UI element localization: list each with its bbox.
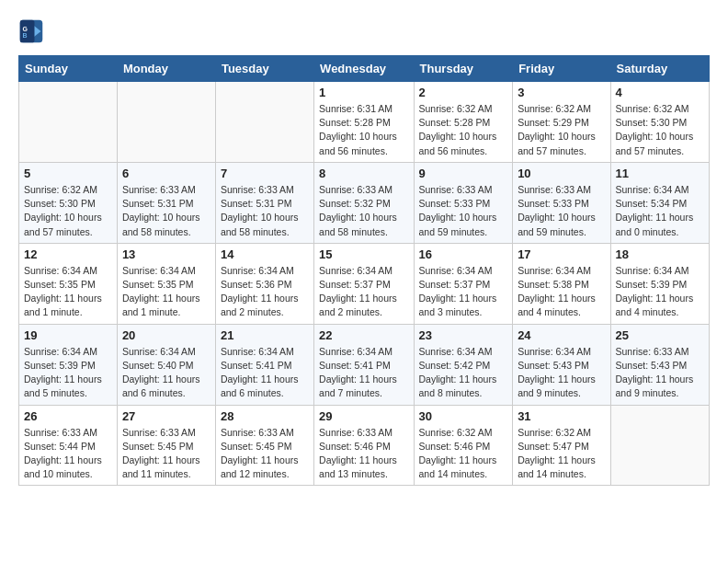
calendar-week-row: 26Sunrise: 6:33 AM Sunset: 5:44 PM Dayli…	[19, 405, 710, 486]
calendar-cell: 25Sunrise: 6:33 AM Sunset: 5:43 PM Dayli…	[610, 324, 709, 405]
day-number: 11	[616, 167, 704, 180]
day-number: 24	[518, 328, 605, 342]
calendar-cell: 29Sunrise: 6:33 AM Sunset: 5:46 PM Dayli…	[314, 405, 414, 486]
weekday-header-wednesday: Wednesday	[314, 56, 414, 82]
day-info: Sunrise: 6:33 AM Sunset: 5:43 PM Dayligh…	[616, 345, 704, 401]
calendar-cell: 19Sunrise: 6:34 AM Sunset: 5:39 PM Dayli…	[19, 324, 118, 405]
calendar-cell: 15Sunrise: 6:34 AM Sunset: 5:37 PM Dayli…	[314, 243, 414, 324]
day-info: Sunrise: 6:33 AM Sunset: 5:33 PM Dayligh…	[518, 183, 605, 239]
day-number: 2	[419, 86, 508, 99]
day-info: Sunrise: 6:33 AM Sunset: 5:32 PM Dayligh…	[319, 183, 408, 239]
calendar-cell: 26Sunrise: 6:33 AM Sunset: 5:44 PM Dayli…	[19, 405, 118, 486]
day-info: Sunrise: 6:34 AM Sunset: 5:34 PM Dayligh…	[616, 183, 704, 239]
calendar-table: SundayMondayTuesdayWednesdayThursdayFrid…	[18, 55, 710, 486]
day-info: Sunrise: 6:34 AM Sunset: 5:38 PM Dayligh…	[518, 264, 605, 320]
day-info: Sunrise: 6:32 AM Sunset: 5:30 PM Dayligh…	[24, 183, 112, 239]
day-number: 6	[122, 167, 210, 180]
weekday-header-monday: Monday	[117, 56, 215, 82]
day-info: Sunrise: 6:33 AM Sunset: 5:45 PM Dayligh…	[221, 426, 309, 482]
calendar-week-row: 1Sunrise: 6:31 AM Sunset: 5:28 PM Daylig…	[19, 82, 710, 163]
day-number: 23	[419, 328, 508, 342]
day-number: 18	[616, 247, 704, 261]
day-info: Sunrise: 6:34 AM Sunset: 5:41 PM Dayligh…	[319, 345, 408, 401]
day-info: Sunrise: 6:33 AM Sunset: 5:44 PM Dayligh…	[24, 426, 112, 482]
calendar-cell: 1Sunrise: 6:31 AM Sunset: 5:28 PM Daylig…	[314, 82, 414, 163]
day-info: Sunrise: 6:31 AM Sunset: 5:28 PM Dayligh…	[319, 102, 408, 158]
calendar-cell: 18Sunrise: 6:34 AM Sunset: 5:39 PM Dayli…	[610, 243, 709, 324]
day-number: 15	[319, 247, 408, 261]
calendar-cell	[215, 82, 313, 163]
day-info: Sunrise: 6:34 AM Sunset: 5:37 PM Dayligh…	[419, 264, 508, 320]
calendar-cell: 27Sunrise: 6:33 AM Sunset: 5:45 PM Dayli…	[117, 405, 215, 486]
day-info: Sunrise: 6:32 AM Sunset: 5:30 PM Dayligh…	[616, 102, 704, 158]
calendar-cell: 28Sunrise: 6:33 AM Sunset: 5:45 PM Dayli…	[215, 405, 313, 486]
day-info: Sunrise: 6:32 AM Sunset: 5:28 PM Dayligh…	[419, 102, 508, 158]
day-number: 20	[122, 328, 210, 342]
weekday-header-friday: Friday	[513, 56, 610, 82]
weekday-header-tuesday: Tuesday	[215, 56, 313, 82]
svg-text:B: B	[22, 32, 27, 39]
calendar-cell: 17Sunrise: 6:34 AM Sunset: 5:38 PM Dayli…	[513, 243, 610, 324]
calendar-cell: 6Sunrise: 6:33 AM Sunset: 5:31 PM Daylig…	[117, 162, 215, 243]
day-number: 29	[319, 409, 408, 423]
day-number: 8	[319, 167, 408, 180]
day-info: Sunrise: 6:34 AM Sunset: 5:35 PM Dayligh…	[24, 264, 112, 320]
calendar-cell: 4Sunrise: 6:32 AM Sunset: 5:30 PM Daylig…	[610, 82, 709, 163]
calendar-cell: 7Sunrise: 6:33 AM Sunset: 5:31 PM Daylig…	[215, 162, 313, 243]
calendar-cell: 21Sunrise: 6:34 AM Sunset: 5:41 PM Dayli…	[215, 324, 313, 405]
day-info: Sunrise: 6:33 AM Sunset: 5:45 PM Dayligh…	[122, 426, 210, 482]
calendar-week-row: 12Sunrise: 6:34 AM Sunset: 5:35 PM Dayli…	[19, 243, 710, 324]
calendar-cell: 3Sunrise: 6:32 AM Sunset: 5:29 PM Daylig…	[513, 82, 610, 163]
day-info: Sunrise: 6:34 AM Sunset: 5:39 PM Dayligh…	[24, 345, 112, 401]
day-number: 5	[24, 167, 112, 180]
day-info: Sunrise: 6:34 AM Sunset: 5:41 PM Dayligh…	[221, 345, 309, 401]
day-number: 26	[24, 409, 112, 423]
calendar-cell: 23Sunrise: 6:34 AM Sunset: 5:42 PM Dayli…	[414, 324, 513, 405]
day-number: 22	[319, 328, 408, 342]
day-info: Sunrise: 6:34 AM Sunset: 5:36 PM Dayligh…	[221, 264, 309, 320]
day-number: 9	[419, 167, 508, 180]
day-number: 3	[518, 86, 605, 99]
svg-text:G: G	[22, 26, 28, 32]
calendar-cell: 20Sunrise: 6:34 AM Sunset: 5:40 PM Dayli…	[117, 324, 215, 405]
day-info: Sunrise: 6:34 AM Sunset: 5:43 PM Dayligh…	[518, 345, 605, 401]
weekday-header-saturday: Saturday	[610, 56, 709, 82]
calendar-cell: 14Sunrise: 6:34 AM Sunset: 5:36 PM Dayli…	[215, 243, 313, 324]
calendar-cell: 5Sunrise: 6:32 AM Sunset: 5:30 PM Daylig…	[19, 162, 118, 243]
day-info: Sunrise: 6:33 AM Sunset: 5:31 PM Dayligh…	[221, 183, 309, 239]
day-info: Sunrise: 6:34 AM Sunset: 5:35 PM Dayligh…	[122, 264, 210, 320]
calendar-cell: 22Sunrise: 6:34 AM Sunset: 5:41 PM Dayli…	[314, 324, 414, 405]
day-number: 28	[221, 409, 309, 423]
calendar-cell: 12Sunrise: 6:34 AM Sunset: 5:35 PM Dayli…	[19, 243, 118, 324]
day-info: Sunrise: 6:32 AM Sunset: 5:47 PM Dayligh…	[518, 426, 605, 482]
calendar-cell: 2Sunrise: 6:32 AM Sunset: 5:28 PM Daylig…	[414, 82, 513, 163]
calendar-cell: 16Sunrise: 6:34 AM Sunset: 5:37 PM Dayli…	[414, 243, 513, 324]
day-number: 31	[518, 409, 605, 423]
day-number: 21	[221, 328, 309, 342]
weekday-header-thursday: Thursday	[414, 56, 513, 82]
weekday-header-sunday: Sunday	[19, 56, 118, 82]
day-number: 27	[122, 409, 210, 423]
calendar-cell: 10Sunrise: 6:33 AM Sunset: 5:33 PM Dayli…	[513, 162, 610, 243]
day-info: Sunrise: 6:32 AM Sunset: 5:46 PM Dayligh…	[419, 426, 508, 482]
calendar-cell: 31Sunrise: 6:32 AM Sunset: 5:47 PM Dayli…	[513, 405, 610, 486]
day-number: 19	[24, 328, 112, 342]
calendar-cell: 9Sunrise: 6:33 AM Sunset: 5:33 PM Daylig…	[414, 162, 513, 243]
calendar-cell: 8Sunrise: 6:33 AM Sunset: 5:32 PM Daylig…	[314, 162, 414, 243]
calendar-cell	[19, 82, 118, 163]
day-info: Sunrise: 6:33 AM Sunset: 5:33 PM Dayligh…	[419, 183, 508, 239]
day-number: 7	[221, 167, 309, 180]
day-number: 14	[221, 247, 309, 261]
calendar-week-row: 5Sunrise: 6:32 AM Sunset: 5:30 PM Daylig…	[19, 162, 710, 243]
day-number: 10	[518, 167, 605, 180]
day-number: 1	[319, 86, 408, 99]
day-info: Sunrise: 6:32 AM Sunset: 5:29 PM Dayligh…	[518, 102, 605, 158]
day-info: Sunrise: 6:33 AM Sunset: 5:31 PM Dayligh…	[122, 183, 210, 239]
logo: G B	[18, 18, 48, 44]
calendar-cell: 30Sunrise: 6:32 AM Sunset: 5:46 PM Dayli…	[414, 405, 513, 486]
logo-icon: G B	[18, 18, 44, 44]
day-info: Sunrise: 6:33 AM Sunset: 5:46 PM Dayligh…	[319, 426, 408, 482]
day-info: Sunrise: 6:34 AM Sunset: 5:37 PM Dayligh…	[319, 264, 408, 320]
calendar-cell: 24Sunrise: 6:34 AM Sunset: 5:43 PM Dayli…	[513, 324, 610, 405]
top-bar: G B	[18, 18, 710, 48]
